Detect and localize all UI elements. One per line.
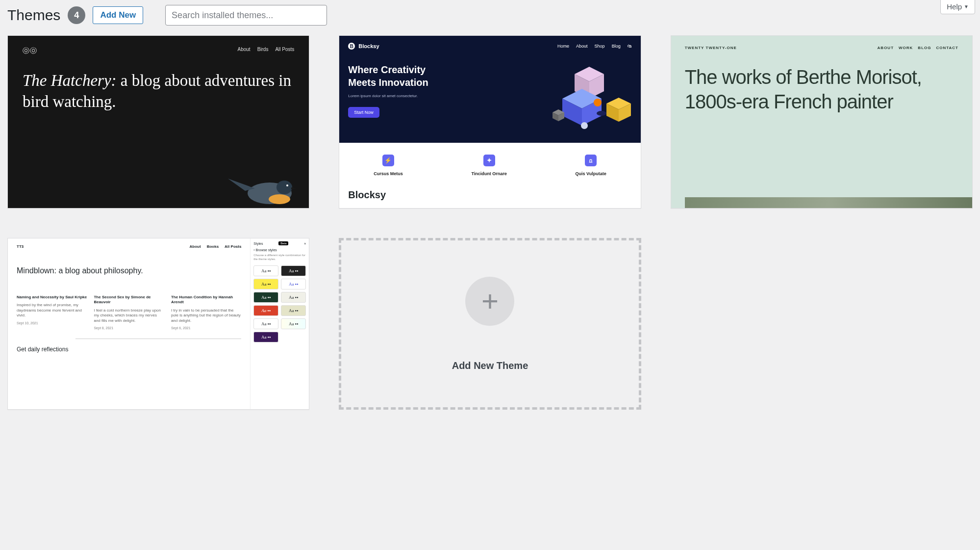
beta-badge: Beta bbox=[278, 241, 288, 245]
page-title: Themes bbox=[7, 7, 60, 24]
preview-nav-item: All Posts bbox=[275, 47, 294, 55]
theme-card-twenty-twenty-three[interactable]: TT3 About Books All Posts Mindblown: a b… bbox=[7, 238, 309, 410]
style-swatch: Aa●● bbox=[253, 305, 278, 316]
preview-image-strip bbox=[685, 197, 972, 208]
svg-point-18 bbox=[597, 111, 606, 116]
style-swatch: Aa●● bbox=[281, 279, 306, 289]
svg-point-2 bbox=[269, 194, 290, 204]
preview-feature: ⩍ Quis Vulputate bbox=[576, 155, 606, 176]
preview-headline: The Hatchery: a blog about adventures in… bbox=[23, 70, 294, 112]
preview-nav-item: BLOG bbox=[918, 46, 931, 50]
preview-nav-item: Birds bbox=[257, 47, 269, 55]
style-swatch: Aa●● bbox=[253, 265, 278, 276]
theme-screenshot: TT3 About Books All Posts Mindblown: a b… bbox=[8, 238, 309, 409]
theme-card-twenty-twenty-two[interactable]: ⓞⓞ About Birds All Posts The Hatchery: a… bbox=[7, 35, 309, 209]
svg-point-13 bbox=[594, 99, 602, 106]
preview-brand: TWENTY TWENTY-ONE bbox=[685, 46, 737, 50]
style-swatch: Aa●● bbox=[281, 265, 306, 276]
header-bar: Themes 4 Add New Help ▼ bbox=[7, 5, 973, 26]
preview-bottom-text: Get daily reflections bbox=[17, 346, 241, 354]
preview-nav-item: About bbox=[237, 47, 250, 55]
cart-icon: 🛍 bbox=[628, 44, 632, 49]
preview-column: Naming and Necessity by Saul Kripke Insp… bbox=[17, 295, 87, 330]
preview-nav-item: About bbox=[190, 244, 201, 249]
preview-features: ⚡ Cursus Metus ✦ Tincidunt Ornare ⩍ Quis… bbox=[339, 143, 640, 182]
preview-brand: TT3 bbox=[17, 244, 24, 249]
svg-point-14 bbox=[581, 122, 588, 129]
preview-navbar: ⓞⓞ About Birds All Posts bbox=[23, 47, 294, 55]
sparkle-icon: ✦ bbox=[483, 155, 495, 166]
theme-screenshot: TWENTY TWENTY-ONE ABOUT WORK BLOG CONTAC… bbox=[671, 36, 972, 208]
isometric-art-icon bbox=[548, 50, 636, 133]
style-swatch: Aa●● bbox=[281, 305, 306, 316]
add-new-theme-label: Add New Theme bbox=[452, 360, 528, 371]
themes-count-badge: 4 bbox=[68, 6, 85, 24]
chevron-down-icon: ▼ bbox=[964, 4, 969, 9]
preview-headline: Mindblown: a blog about philosophy. bbox=[17, 266, 241, 275]
theme-card-twenty-twenty-one[interactable]: TWENTY TWENTY-ONE ABOUT WORK BLOG CONTAC… bbox=[671, 35, 973, 209]
preview-nav-item: All Posts bbox=[225, 244, 241, 249]
style-swatch: Aa●● bbox=[253, 332, 278, 342]
add-new-button[interactable]: Add New bbox=[93, 6, 143, 24]
preview-logo-icon: B bbox=[348, 43, 355, 50]
add-new-theme-card[interactable]: + Add New Theme bbox=[339, 238, 641, 410]
preview-logo: ⓞⓞ bbox=[23, 47, 37, 55]
themes-grid: ⓞⓞ About Birds All Posts The Hatchery: a… bbox=[7, 35, 973, 410]
style-swatch: Aa●● bbox=[253, 292, 278, 303]
theme-footer: Twenty Twenty-Three bbox=[8, 409, 309, 410]
help-dropdown-button[interactable]: Help ▼ bbox=[940, 0, 975, 14]
help-label: Help bbox=[947, 2, 962, 11]
preview-headline: The works of Berthe Morisot, 1800s-era F… bbox=[685, 65, 958, 114]
preview-nav-item: CONTACT bbox=[936, 46, 958, 50]
add-circle-icon: + bbox=[465, 277, 514, 326]
style-swatch: Aa●● bbox=[281, 318, 306, 329]
theme-footer: Active: Twenty Twenty-Two Customize bbox=[8, 208, 309, 209]
preview-nav-item: WORK bbox=[899, 46, 913, 50]
close-icon: × bbox=[304, 242, 306, 245]
svg-point-3 bbox=[286, 184, 288, 186]
preview-brand: Blocksy bbox=[358, 43, 379, 49]
theme-footer: Blocksy bbox=[339, 182, 640, 208]
preview-feature: ✦ Tincidunt Ornare bbox=[471, 155, 506, 176]
preview-nav-item: About bbox=[576, 44, 588, 49]
preview-nav-item: Blog bbox=[612, 44, 621, 49]
preview-headline: Where Creativity Meets Innovation bbox=[348, 63, 441, 89]
preview-navbar: TWENTY TWENTY-ONE ABOUT WORK BLOG CONTAC… bbox=[685, 46, 958, 50]
bird-illustration-icon bbox=[226, 164, 304, 208]
preview-navbar: TT3 About Books All Posts bbox=[17, 244, 241, 249]
preview-column: The Human Condition by Hannah Arendt I t… bbox=[171, 295, 241, 330]
style-swatch: Aa●● bbox=[253, 318, 278, 329]
preview-nav-item: Home bbox=[557, 44, 569, 49]
preview-nav-item: Shop bbox=[595, 44, 605, 49]
theme-screenshot: ⓞⓞ About Birds All Posts The Hatchery: a… bbox=[8, 36, 309, 208]
theme-footer: Twenty Twenty-One bbox=[671, 208, 972, 209]
preview-nav-item: ABOUT bbox=[878, 46, 894, 50]
preview-nav-item: Books bbox=[207, 244, 219, 249]
search-input[interactable] bbox=[165, 5, 327, 26]
style-swatch: Aa●● bbox=[281, 292, 306, 303]
preview-columns: Naming and Necessity by Saul Kripke Insp… bbox=[17, 295, 241, 330]
shop-icon: ⩍ bbox=[585, 155, 597, 166]
preview-styles-panel: Styles Beta × ‹ Browse styles Choose a d… bbox=[250, 238, 309, 409]
preview-feature: ⚡ Cursus Metus bbox=[374, 155, 403, 176]
plus-icon: + bbox=[481, 287, 499, 316]
style-swatch: Aa●● bbox=[253, 279, 278, 289]
preview-cta-button: Start Now bbox=[348, 107, 379, 118]
bolt-icon: ⚡ bbox=[382, 155, 394, 166]
svg-point-1 bbox=[276, 181, 292, 194]
preview-navbar: B Blocksy Home About Shop Blog 🛍 bbox=[348, 43, 631, 50]
preview-column: The Second Sex by Simone de Beauvoir I f… bbox=[94, 295, 164, 330]
theme-card-blocksy[interactable]: B Blocksy Home About Shop Blog 🛍 Where C… bbox=[339, 35, 641, 209]
theme-screenshot: B Blocksy Home About Shop Blog 🛍 Where C… bbox=[339, 36, 640, 182]
